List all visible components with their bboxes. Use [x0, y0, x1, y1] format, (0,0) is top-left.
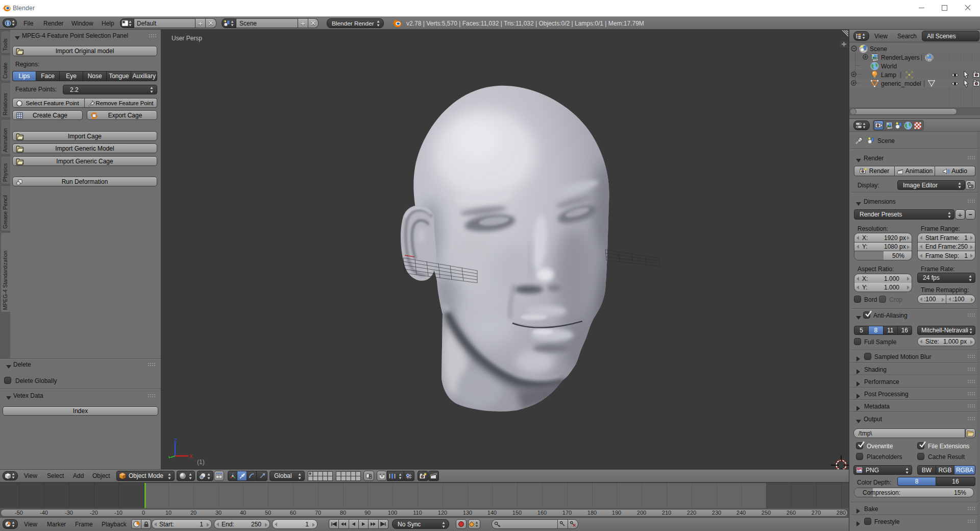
svg-text:x: x — [189, 452, 192, 460]
svg-text:z: z — [174, 437, 177, 444]
